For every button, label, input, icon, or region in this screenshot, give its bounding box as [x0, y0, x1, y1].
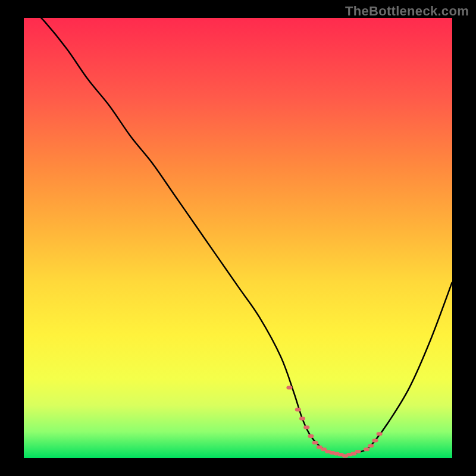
optimum-marker [364, 447, 369, 451]
optimum-marker [355, 450, 361, 453]
optimum-markers [286, 386, 382, 458]
watermark-label: TheBottleneck.com [345, 4, 469, 19]
optimum-marker [377, 432, 383, 436]
optimum-marker [286, 386, 292, 390]
optimum-marker [303, 425, 309, 429]
optimum-marker [368, 444, 374, 447]
optimum-marker [299, 416, 305, 420]
bottleneck-curve [24, 18, 452, 456]
optimum-marker [372, 439, 378, 442]
optimum-marker [295, 408, 301, 412]
chart-svg [24, 18, 452, 458]
optimum-marker [308, 434, 314, 438]
plot-area [24, 18, 452, 458]
optimum-marker [312, 441, 318, 444]
chart-stage: TheBottleneck.com [0, 0, 476, 476]
